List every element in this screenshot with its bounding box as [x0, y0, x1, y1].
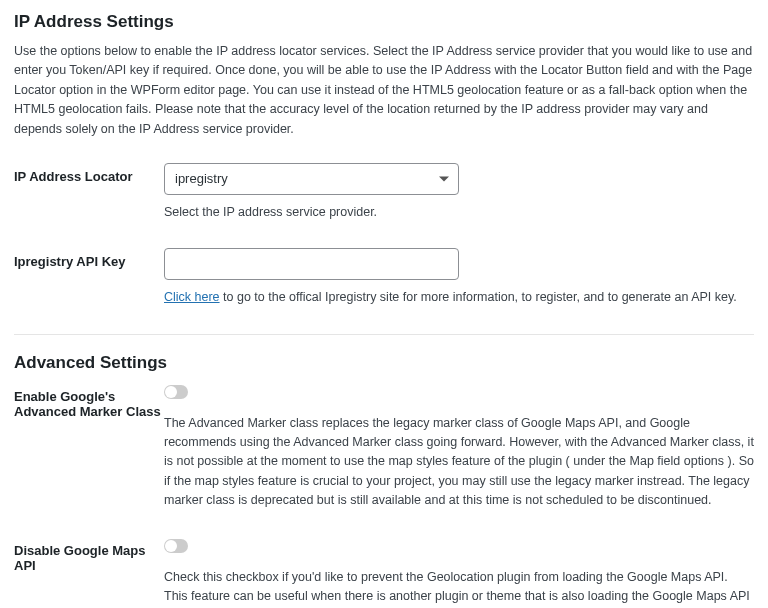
- ip-locator-label: IP Address Locator: [14, 163, 164, 184]
- ipregistry-link[interactable]: Click here: [164, 290, 220, 304]
- disable-api-description: Check this checkbox if you'd like to pre…: [164, 568, 754, 609]
- advanced-marker-toggle[interactable]: [164, 385, 188, 399]
- advanced-settings-heading: Advanced Settings: [14, 353, 754, 373]
- api-key-input[interactable]: [164, 248, 459, 280]
- ip-locator-help: Select the IP address service provider.: [164, 203, 754, 222]
- advanced-marker-description: The Advanced Marker class replaces the l…: [164, 414, 754, 511]
- ip-locator-select[interactable]: ipregistry: [164, 163, 459, 195]
- disable-api-label: Disable Google Maps API: [14, 537, 164, 573]
- api-key-help: Click here to go to the offical Ipregist…: [164, 288, 754, 307]
- section-divider: [14, 334, 754, 335]
- advanced-marker-label: Enable Google's Advanced Marker Class: [14, 383, 164, 419]
- disable-api-toggle[interactable]: [164, 539, 188, 553]
- ip-settings-description: Use the options below to enable the IP a…: [14, 42, 754, 139]
- api-key-label: Ipregistry API Key: [14, 248, 164, 269]
- ip-settings-heading: IP Address Settings: [14, 12, 754, 32]
